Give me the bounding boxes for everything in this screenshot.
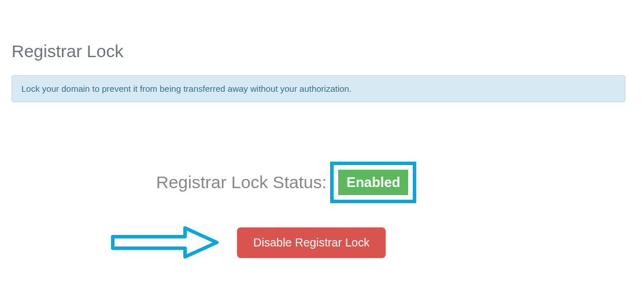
disable-registrar-lock-button[interactable]: Disable Registrar Lock	[237, 227, 386, 258]
status-label: Registrar Lock Status:	[156, 173, 327, 192]
arrow-right-icon	[110, 225, 220, 260]
button-row: Disable Registrar Lock	[110, 225, 386, 260]
status-badge-enabled: Enabled	[338, 170, 408, 195]
info-banner: Lock your domain to prevent it from bein…	[12, 75, 626, 102]
highlight-frame: Enabled	[330, 162, 416, 203]
page-title: Registrar Lock	[12, 42, 123, 61]
status-row: Registrar Lock Status: Enabled	[156, 162, 416, 203]
